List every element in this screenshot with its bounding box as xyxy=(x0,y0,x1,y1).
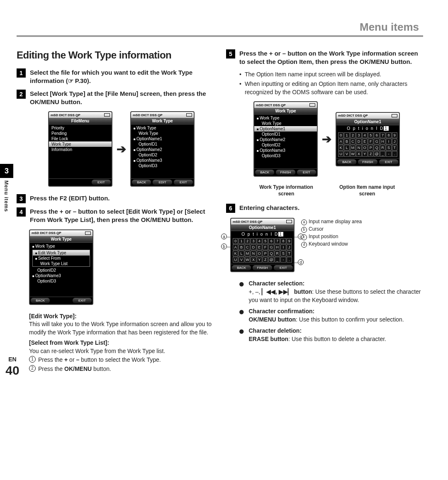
step-number: 1 xyxy=(17,68,26,78)
step-text: Select [Work Type] at the [File Menu] sc… xyxy=(30,90,214,107)
desc-edit-work-type: [Edit Work Type]: This will take you to … xyxy=(29,312,214,337)
left-column: Editing the Work Type information 1 Sele… xyxy=(17,49,214,373)
step-2: 2 Select [Work Type] at the [File Menu] … xyxy=(17,90,214,107)
callout-legend: aInput name display area bCursor cInput … xyxy=(301,218,362,248)
step-text: Press the F2 (EDIT) button. xyxy=(30,194,110,203)
step-5-notes: The Option Item name input screen will b… xyxy=(239,71,423,97)
lcd-edit-popup: mSD DICT DSS QPWork TypeWork TypeEdit Wo… xyxy=(29,229,93,305)
step-text: Entering characters. xyxy=(239,204,299,213)
step-1: 1 Select the file for which you want to … xyxy=(17,68,214,85)
step-number: 5 xyxy=(226,49,235,58)
callout-diagram: a— b— —c —d mSD DICT DSS QPOptionName1O … xyxy=(230,218,423,272)
step-3: 3 Press the F2 (EDIT) button. xyxy=(17,194,214,203)
caption-worktype-info: Work Type information screen xyxy=(254,184,319,197)
desc-select-from-list: [Select from Work Type List]: You can re… xyxy=(29,339,214,373)
bullet-item: ●Character confirmation:OK/MENU button: … xyxy=(239,307,423,324)
header-rule xyxy=(17,35,423,37)
right-column: 5 Press the + or – button on the Work Ty… xyxy=(226,49,423,373)
arrow-icon: ➔ xyxy=(117,142,126,156)
step-number: 4 xyxy=(17,207,26,217)
lang-label: EN xyxy=(0,356,25,363)
section-heading: Editing the Work Type information xyxy=(17,49,214,61)
step-4: 4 Press the + or – button to select [Edi… xyxy=(17,207,214,224)
step-number: 2 xyxy=(17,90,26,99)
side-tab: 3 Menu items xyxy=(0,164,13,212)
captions-row: Work Type information screen Option Item… xyxy=(230,184,423,197)
arrow-icon: ➔ xyxy=(322,132,331,146)
char-entry-bullets: ●Character selection:+, –, ▏◀◀, ▶▶▏ butt… xyxy=(226,280,423,343)
lcd-option-input: mSD DICT DSS QPOptionName1O p t i o n I … xyxy=(336,112,400,166)
step-text: Press the + or – button on the Work Type… xyxy=(239,49,423,66)
screens-row-2: mSD DICT DSS QPWork TypeWork TypeEdit Wo… xyxy=(29,229,214,305)
screens-row-1: mSD DICT DSS QPFileMenuPriorityPendingFi… xyxy=(29,111,214,187)
lcd-worktype-list: mSD DICT DSS QPWork TypeWork TypeWork Ty… xyxy=(130,111,195,187)
page-header: Menu items xyxy=(17,21,423,34)
chapter-label: Menu items xyxy=(3,180,9,212)
step-number: 6 xyxy=(226,204,235,213)
step-6: 6 Entering characters. xyxy=(226,204,423,213)
step-5: 5 Press the + or – button on the Work Ty… xyxy=(226,49,423,66)
bullet-item: ●Character deletion:ERASE button: Use th… xyxy=(239,327,423,343)
chapter-number: 3 xyxy=(0,164,13,178)
caption-option-input: Option Item name input screen xyxy=(335,184,399,197)
step-text: Select the file for which you want to ed… xyxy=(30,68,214,85)
page-number: 40 xyxy=(0,363,25,378)
lcd-worktype-info: mSD DICT DSS QPWork TypeWork TypeWork Ty… xyxy=(253,101,318,177)
lcd-option-input-callout: mSD DICT DSS QPOptionName1O p t i o n I … xyxy=(230,218,295,272)
lcd-filemenu: mSD DICT DSS QPFileMenuPriorityPendingFi… xyxy=(48,111,112,187)
step-text: Press the + or – button to select [Edit … xyxy=(30,207,214,224)
bullet-item: ●Character selection:+, –, ▏◀◀, ▶▶▏ butt… xyxy=(239,280,423,304)
footer: EN 40 xyxy=(0,356,25,378)
screens-row-3: mSD DICT DSS QPWork TypeWork TypeWork Ty… xyxy=(230,101,423,177)
step-number: 3 xyxy=(17,194,26,203)
